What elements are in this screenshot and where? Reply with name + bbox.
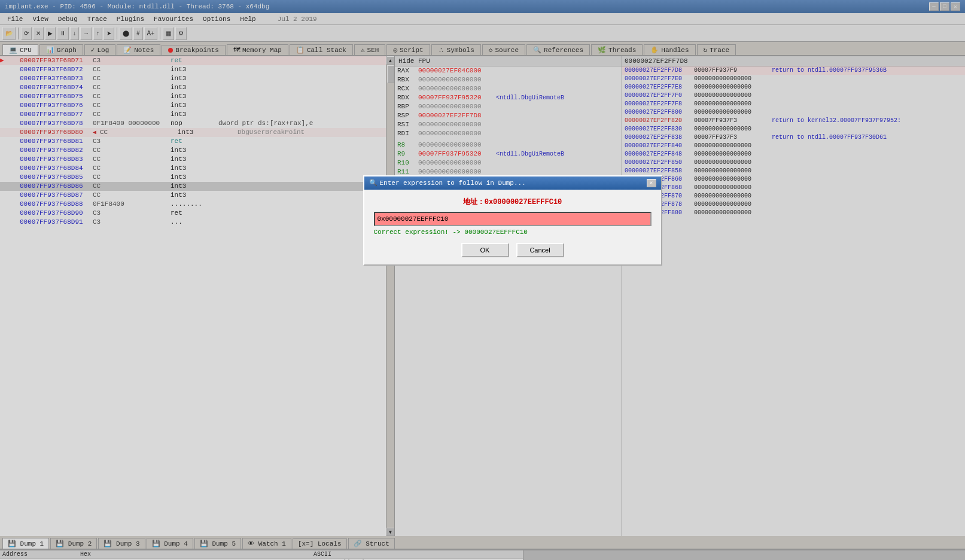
tab-references[interactable]: 🔍 References — [526, 44, 590, 55]
btab-struct[interactable]: 🔗 Struct — [348, 538, 395, 549]
toolbar-bp[interactable]: ⬤ — [120, 27, 132, 40]
table-row[interactable]: 00007FF937F68D86 CC int3 — [0, 182, 386, 191]
scroll-down-btn[interactable]: ▼ — [386, 528, 395, 536]
table-row[interactable]: 00007FF937F68D85 CC int3 — [0, 173, 386, 182]
tab-graph[interactable]: 📊 Graph — [39, 44, 83, 55]
tab-seh[interactable]: ⚠ SEH — [354, 44, 385, 55]
stack-row-5[interactable]: 00000027EF2FF800 0000000000000000 — [622, 108, 965, 117]
toolbar-stepinto[interactable]: ↓ — [70, 27, 79, 40]
reg-r10-val[interactable]: 0000000000000000 — [418, 159, 496, 168]
stack-row-0[interactable]: 00000027EF2FF7D8 00007FF937F9 return to … — [622, 66, 965, 75]
stack-row-4[interactable]: 00000027EF2FF7F8 0000000000000000 — [622, 100, 965, 108]
menu-options[interactable]: Options — [198, 14, 235, 24]
stack-row-13[interactable]: 00000027EF2FF860 0000000000000000 — [622, 175, 965, 184]
toolbar-run[interactable]: ▶ — [45, 27, 56, 40]
stack-row-9[interactable]: 00000027EF2FF840 0000000000000000 — [622, 142, 965, 150]
reg-rcx-val[interactable]: 0000000000000000 — [418, 84, 496, 93]
dialog-ok-button[interactable]: OK — [461, 243, 509, 257]
table-row[interactable]: 00007FF937F68D77 CC int3 — [0, 110, 386, 119]
tab-handles[interactable]: ✋ Handles — [644, 44, 695, 55]
toolbar-stepover[interactable]: → — [80, 27, 92, 40]
menu-view[interactable]: View — [28, 14, 53, 24]
dialog-close-button[interactable]: ✕ — [647, 179, 656, 187]
table-row[interactable]: 00007FF937F68D90 C3 ret — [0, 209, 386, 218]
table-row[interactable]: 00007FF937F68D73 CC int3 — [0, 74, 386, 83]
tab-notes[interactable]: 📝 Notes — [117, 44, 160, 55]
btab-dump5[interactable]: 💾 Dump 5 — [194, 538, 241, 549]
reg-rsi-val[interactable]: 0000000000000000 — [418, 120, 496, 129]
close-button[interactable]: ✕ — [951, 2, 960, 11]
scroll-thumb[interactable] — [387, 65, 394, 83]
tab-breakpoints[interactable]: Breakpoints — [162, 45, 226, 55]
dialog-expression-input[interactable] — [374, 212, 652, 226]
btab-dump2[interactable]: 💾 Dump 2 — [50, 538, 97, 549]
reg-rdx-val[interactable]: 00007FF937F95320 — [418, 93, 496, 102]
toolbar-open[interactable]: 📂 — [2, 27, 16, 40]
tab-threads[interactable]: 🌿 Threads — [591, 44, 643, 55]
toolbar-a[interactable]: A+ — [144, 27, 158, 40]
menu-help[interactable]: Help — [235, 14, 260, 24]
table-row[interactable]: 00007FF937F68D81 C3 ret — [0, 137, 386, 146]
menu-plugins[interactable]: Plugins — [112, 14, 149, 24]
stack-row-16[interactable]: 00000027EF2FF878 0000000000000000 — [622, 200, 965, 209]
menu-trace[interactable]: Trace — [83, 14, 112, 24]
tab-memmap[interactable]: 🗺 Memory Map — [227, 44, 288, 55]
btab-dump3[interactable]: 💾 Dump 3 — [98, 538, 145, 549]
stack-row-1[interactable]: 00000027EF2FF7E0 0000000000000000 — [622, 75, 965, 83]
stack-row-2[interactable]: 00000027EF2FF7E8 0000000000000000 — [622, 83, 965, 92]
toolbar-pause[interactable]: ⏸ — [57, 27, 69, 40]
hide-fpu-button[interactable]: Hide FPU — [395, 56, 622, 66]
stack-row-15[interactable]: 00000027EF2FF870 0000000000000000 — [622, 192, 965, 200]
btab-watch1[interactable]: 👁 Watch 1 — [242, 538, 291, 549]
btab-dump4[interactable]: 💾 Dump 4 — [147, 538, 193, 549]
tab-cpu[interactable]: 💻 CPU — [2, 44, 38, 55]
reg-r8-val[interactable]: 0000000000000000 — [418, 141, 496, 150]
toolbar-runtocursor[interactable]: ➤ — [103, 27, 114, 40]
table-row[interactable]: 00007FF937F68D82 CC int3 — [0, 146, 386, 155]
scroll-up-btn[interactable]: ▲ — [386, 56, 395, 65]
reg-rdi-val[interactable]: 0000000000000000 — [418, 129, 496, 138]
stack-row-12[interactable]: 00000027EF2FF858 0000000000000000 — [622, 167, 965, 175]
table-row[interactable]: 00007FF937F68D83 CC int3 — [0, 155, 386, 164]
toolbar-close[interactable]: ✕ — [33, 27, 44, 40]
disasm-row-rip[interactable]: ▶ 00007FF937F68D71 C3 ret — [0, 56, 386, 65]
stack-row-7[interactable]: 00000027EF2FF830 0000000000000000 — [622, 125, 965, 133]
toolbar-restart[interactable]: ⟳ — [21, 27, 32, 40]
table-row[interactable]: 00007FF937F68D76 CC int3 — [0, 101, 386, 110]
table-row[interactable]: 00007FF937F68D88 0F1F8400 ........ — [0, 200, 386, 209]
stack-row-10[interactable]: 00000027EF2FF848 0000000000000000 — [622, 150, 965, 159]
menu-debug[interactable]: Debug — [53, 14, 83, 24]
btab-locals[interactable]: [x=] Locals — [293, 538, 347, 549]
tab-trace[interactable]: ↻ Trace — [697, 44, 736, 55]
stack-row-11[interactable]: 00000027EF2FF850 0000000000000000 — [622, 159, 965, 167]
reg-rsp-val[interactable]: 00000027EF2FF7D8 — [418, 111, 496, 120]
table-row[interactable]: 00007FF937F68D84 CC int3 — [0, 164, 386, 173]
btab-dump1[interactable]: 💾 Dump 1 — [2, 538, 49, 549]
stack-row-3[interactable]: 00000027EF2FF7F0 0000000000000000 — [622, 92, 965, 100]
stack-row-14[interactable]: 00000027EF2FF868 0000000000000000 — [622, 184, 965, 192]
table-row[interactable]: 00007FF937F68D87 CC int3 — [0, 191, 386, 200]
table-row[interactable]: 00007FF937F68D80 ◀ CC int3 DbgUserBreakP… — [0, 128, 386, 137]
menu-favourites[interactable]: Favourites — [149, 14, 198, 24]
tab-callstack[interactable]: 📋 Call Stack — [290, 44, 353, 55]
toolbar-mem[interactable]: ▦ — [163, 27, 174, 40]
table-row[interactable]: 00007FF937F68D91 C3 ... — [0, 218, 386, 227]
reg-rbp-val[interactable]: 0000000000000000 — [418, 102, 496, 111]
tab-script[interactable]: ◎ Script — [386, 44, 430, 55]
toolbar-hwbp[interactable]: # — [133, 27, 143, 40]
toolbar-stepout[interactable]: ↑ — [93, 27, 102, 40]
table-row[interactable]: 00007FF937F68D74 CC int3 — [0, 83, 386, 92]
reg-rax-val[interactable]: 00000027EF04C000 — [418, 66, 496, 75]
reg-r9-val[interactable]: 00007FF937F95320 — [418, 150, 496, 159]
disasm-vscroll[interactable]: ▲ ▼ — [386, 56, 394, 536]
menu-file[interactable]: File — [2, 14, 28, 24]
tab-source[interactable]: ◇ Source — [482, 44, 525, 55]
table-row[interactable]: 00007FF937F68D78 0F1F8400 00000000 nop d… — [0, 119, 386, 128]
minimize-button[interactable]: — — [929, 2, 939, 11]
dialog-cancel-button[interactable]: Cancel — [516, 243, 564, 257]
tab-log[interactable]: ✓ Log — [84, 44, 115, 55]
table-row[interactable]: 00007FF937F68D72 CC int3 — [0, 65, 386, 74]
stack-row-6[interactable]: 00000027EF2FF820 00007FF937F3 return to … — [622, 117, 965, 125]
table-row[interactable]: 00007FF937F68D75 CC int3 — [0, 92, 386, 101]
toolbar-patch[interactable]: ⚙ — [175, 27, 187, 40]
